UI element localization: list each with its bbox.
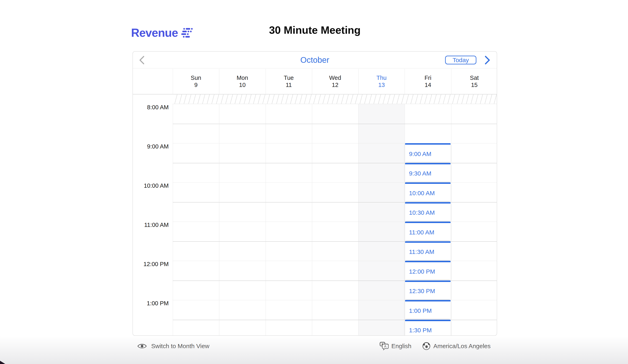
slot-time-label: 10:00 AM: [405, 184, 450, 201]
time-slot-12-30-pm[interactable]: 12:30 PM: [405, 281, 450, 299]
day-header-divider: [358, 69, 359, 94]
bottom-gradient: [0, 336, 628, 364]
day-date: 13: [378, 82, 385, 88]
day-name: Sat: [470, 74, 479, 81]
day-header-divider: [266, 69, 266, 94]
slot-time-label: 9:00 AM: [405, 145, 450, 162]
eye-icon: [137, 343, 147, 349]
svg-text:A: A: [384, 345, 386, 348]
day-header-sat: Sat15: [451, 69, 497, 94]
time-slot-10-00-am[interactable]: 10:00 AM: [405, 182, 450, 201]
time-slot-10-30-am[interactable]: 10:30 AM: [405, 202, 450, 221]
day-name: Mon: [236, 74, 248, 81]
grid-column-line: [358, 104, 359, 335]
slot-time-label: 1:00 PM: [405, 301, 450, 319]
grid-column-line: [451, 104, 451, 335]
slot-accent-bar: [405, 202, 450, 204]
day-header-row: Sun9Mon10Tue11Wed12Thu13Fri14Sat15: [133, 69, 497, 94]
slot-accent-bar: [405, 182, 450, 184]
footer-settings: ★ A English America/Los Angeles: [380, 341, 491, 351]
page-title: 30 Minute Meeting: [133, 24, 497, 36]
today-button[interactable]: Today: [445, 56, 476, 64]
slot-accent-bar: [405, 143, 450, 145]
unavailable-hatch-band: [173, 94, 497, 104]
day-header-divider: [312, 69, 312, 94]
grid-column-line: [405, 104, 405, 335]
time-slot-9-00-am[interactable]: 9:00 AM: [405, 143, 450, 162]
slot-time-label: 11:30 AM: [405, 243, 450, 260]
slot-accent-bar: [405, 163, 450, 164]
booking-page: Revenue 30 Minute Meeting October Today: [0, 0, 628, 364]
globe-icon: [422, 342, 430, 350]
calendar-card: October Today Sun9Mon10Tue11Wed12Thu13Fr…: [133, 51, 497, 336]
time-label: 10:00 AM: [144, 182, 169, 189]
translate-icon: ★ A: [380, 342, 389, 350]
day-header-divider: [451, 69, 451, 94]
language-label: English: [392, 343, 411, 350]
grid-column-line: [219, 104, 219, 335]
time-label: 8:00 AM: [147, 104, 169, 111]
day-date: 10: [239, 82, 245, 88]
timezone-selector[interactable]: America/Los Angeles: [422, 342, 491, 350]
timezone-label: America/Los Angeles: [433, 343, 491, 350]
grid-column-line: [266, 104, 266, 335]
day-header-fri: Fri14: [405, 69, 451, 94]
switch-view-control[interactable]: Switch to Month View: [137, 341, 209, 351]
time-label: 12:00 PM: [144, 261, 169, 268]
grid-row-line: [173, 124, 497, 124]
day-header-divider: [405, 69, 405, 94]
slot-accent-bar: [405, 300, 450, 301]
day-header-wed: Wed12: [312, 69, 358, 94]
day-header-divider: [219, 69, 219, 94]
day-name: Tue: [284, 74, 294, 81]
day-header-divider: [173, 69, 173, 94]
day-date: 15: [471, 82, 478, 88]
slot-time-label: 10:30 AM: [405, 204, 450, 221]
day-name: Thu: [376, 74, 387, 81]
slot-time-label: 9:30 AM: [405, 164, 450, 182]
day-header-mon: Mon10: [219, 69, 265, 94]
time-slot-1-30-pm[interactable]: 1:30 PM: [405, 320, 450, 336]
slot-accent-bar: [405, 320, 450, 321]
slot-accent-bar: [405, 221, 450, 223]
slot-accent-bar: [405, 261, 450, 262]
time-label: 1:00 PM: [147, 300, 169, 307]
slot-accent-bar: [405, 281, 450, 282]
time-slot-9-30-am[interactable]: 9:30 AM: [405, 163, 450, 182]
day-header-thu: Thu13: [358, 69, 405, 94]
day-name: Wed: [329, 74, 341, 81]
day-name: Fri: [425, 74, 431, 81]
cursor-artifact: [0, 361, 5, 364]
day-date: 11: [286, 82, 292, 88]
slot-time-label: 12:00 PM: [405, 262, 450, 280]
language-selector[interactable]: ★ A English: [380, 342, 411, 350]
time-label: 11:00 AM: [144, 221, 169, 228]
shaded-day-column: [358, 104, 405, 335]
time-label: 9:00 AM: [147, 143, 169, 150]
next-week-button[interactable]: [480, 52, 494, 69]
day-header-sun: Sun9: [173, 69, 219, 94]
day-name: Sun: [191, 74, 201, 81]
slot-time-label: 11:00 AM: [405, 223, 450, 240]
grid-column-line: [312, 104, 312, 335]
time-slot-12-00-pm[interactable]: 12:00 PM: [405, 261, 450, 280]
calendar-header: October Today: [133, 52, 497, 69]
day-date: 9: [194, 82, 198, 88]
chevron-right-icon: [483, 56, 491, 65]
slot-time-label: 12:30 PM: [405, 282, 450, 299]
slot-accent-bar: [405, 241, 450, 243]
time-slot-11-30-am[interactable]: 11:30 AM: [405, 241, 450, 260]
slot-time-label: 1:30 PM: [405, 321, 450, 336]
time-slot-1-00-pm[interactable]: 1:00 PM: [405, 300, 450, 319]
day-header-tue: Tue11: [266, 69, 312, 94]
switch-view-label: Switch to Month View: [151, 343, 209, 350]
grid-column-line: [173, 104, 173, 335]
day-date: 14: [425, 82, 431, 88]
time-slot-11-00-am[interactable]: 11:00 AM: [405, 221, 450, 240]
month-label: October: [133, 52, 497, 69]
day-date: 12: [332, 82, 338, 88]
